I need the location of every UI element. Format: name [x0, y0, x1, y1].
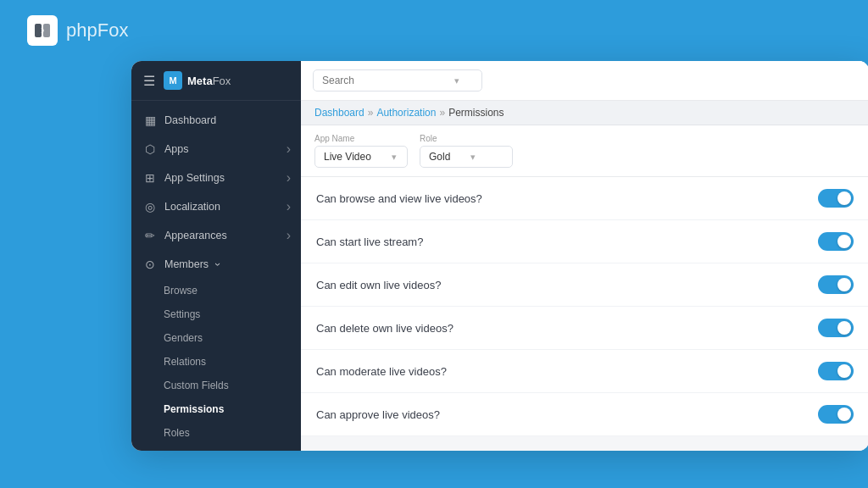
- permission-row-edit-own: Can edit own live videos?: [301, 263, 868, 307]
- main-window: ☰ M MetaFox ▦ Dashboard ⬡ Apps ⊞ App Set…: [131, 61, 868, 451]
- brand-logo-icon: [27, 15, 58, 46]
- sidebar-item-localization[interactable]: ◎ Localization: [131, 192, 301, 221]
- permission-row-browse-view: Can browse and view live videos?: [301, 177, 868, 220]
- app-name-value: Live Video: [324, 151, 371, 163]
- content-header: ▾: [301, 61, 868, 101]
- app-name-select[interactable]: Live Video ▾: [314, 146, 408, 168]
- permission-row-start-stream: Can start live stream?: [301, 220, 868, 263]
- appearances-icon: ✏: [143, 229, 157, 242]
- sidebar-nav: ▦ Dashboard ⬡ Apps ⊞ App Settings ◎ Loca…: [131, 101, 301, 451]
- permission-toggle-edit-own[interactable]: [818, 275, 854, 294]
- role-select[interactable]: Gold ▾: [420, 146, 513, 168]
- members-subitems: Browse Settings Genders Relations Custom…: [131, 279, 301, 451]
- main-content: ▾ Dashboard » Authorization » Permission…: [301, 61, 868, 451]
- dashboard-icon: ▦: [143, 114, 157, 127]
- role-chevron-icon: ▾: [470, 152, 476, 163]
- permission-label-start-stream: Can start live stream?: [316, 236, 423, 248]
- permission-label-moderate: Can moderate live videos?: [316, 365, 447, 378]
- search-bar[interactable]: ▾: [313, 69, 482, 92]
- app-settings-icon: ⊞: [143, 171, 157, 185]
- search-input[interactable]: [322, 75, 449, 86]
- sidebar-subitem-relations[interactable]: Relations: [131, 350, 301, 374]
- breadcrumb-sep-2: »: [439, 107, 445, 119]
- breadcrumb-authorization[interactable]: Authorization: [376, 107, 436, 119]
- permission-toggle-moderate[interactable]: [818, 362, 854, 380]
- sidebar-subitem-settings[interactable]: Settings: [131, 302, 301, 326]
- sidebar-subitem-browse[interactable]: Browse: [131, 279, 301, 302]
- permission-label-edit-own: Can edit own live videos?: [316, 279, 441, 291]
- sidebar-logo-text: MetaFox: [187, 75, 231, 87]
- sidebar-logo-icon: M: [164, 71, 182, 90]
- permission-label-browse-view: Can browse and view live videos?: [316, 192, 482, 205]
- permission-row-approve: Can approve live videos?: [301, 393, 868, 436]
- permissions-list: Can browse and view live videos? Can sta…: [301, 177, 868, 451]
- filter-bar: App Name Live Video ▾ Role Gold ▾: [301, 125, 868, 177]
- app-name-filter-group: App Name Live Video ▾: [314, 134, 408, 168]
- localization-icon: ◎: [143, 200, 157, 214]
- breadcrumb: Dashboard » Authorization » Permissions: [301, 101, 868, 125]
- permission-toggle-browse-view[interactable]: [818, 189, 854, 208]
- breadcrumb-current: Permissions: [448, 107, 504, 119]
- sidebar-item-appearances[interactable]: ✏ Appearances: [131, 221, 301, 250]
- role-value: Gold: [429, 151, 450, 163]
- permission-toggle-approve[interactable]: [818, 405, 854, 424]
- role-filter-group: Role Gold ▾: [420, 134, 513, 168]
- permission-toggle-start-stream[interactable]: [818, 232, 854, 251]
- svg-rect-0: [35, 24, 42, 37]
- svg-rect-1: [43, 24, 50, 37]
- permission-label-approve: Can approve live videos?: [316, 408, 440, 421]
- breadcrumb-dashboard[interactable]: Dashboard: [314, 107, 364, 119]
- sidebar-item-members[interactable]: ⊙ Members: [131, 250, 301, 279]
- sidebar-header: ☰ M MetaFox: [131, 61, 301, 101]
- members-icon: ⊙: [143, 258, 157, 271]
- sidebar: ☰ M MetaFox ▦ Dashboard ⬡ Apps ⊞ App Set…: [131, 61, 301, 451]
- top-brand-area: phpFox: [0, 0, 155, 61]
- sidebar-subitem-genders[interactable]: Genders: [131, 326, 301, 350]
- sidebar-subitem-custom-fields[interactable]: Custom Fields: [131, 374, 301, 397]
- permission-row-delete-own: Can delete own live videos?: [301, 307, 868, 350]
- permission-label-delete-own: Can delete own live videos?: [316, 322, 453, 335]
- sidebar-logo: M MetaFox: [164, 71, 231, 90]
- role-label: Role: [420, 134, 513, 143]
- breadcrumb-sep-1: »: [368, 107, 374, 119]
- permission-toggle-delete-own[interactable]: [818, 319, 854, 337]
- sidebar-subitem-cancel-reasons[interactable]: Cancel Reasons: [131, 445, 301, 451]
- brand-name: phpFox: [66, 19, 128, 42]
- sidebar-item-dashboard[interactable]: ▦ Dashboard: [131, 106, 301, 135]
- app-name-label: App Name: [314, 134, 408, 143]
- sidebar-item-app-settings[interactable]: ⊞ App Settings: [131, 164, 301, 192]
- search-chevron-icon: ▾: [454, 75, 459, 86]
- app-name-chevron-icon: ▾: [392, 152, 397, 163]
- sidebar-item-apps[interactable]: ⬡ Apps: [131, 135, 301, 164]
- apps-icon: ⬡: [143, 142, 157, 156]
- hamburger-icon[interactable]: ☰: [143, 73, 155, 89]
- sidebar-subitem-permissions[interactable]: Permissions: [131, 397, 301, 421]
- permission-row-moderate: Can moderate live videos?: [301, 350, 868, 393]
- sidebar-subitem-roles[interactable]: Roles: [131, 421, 301, 445]
